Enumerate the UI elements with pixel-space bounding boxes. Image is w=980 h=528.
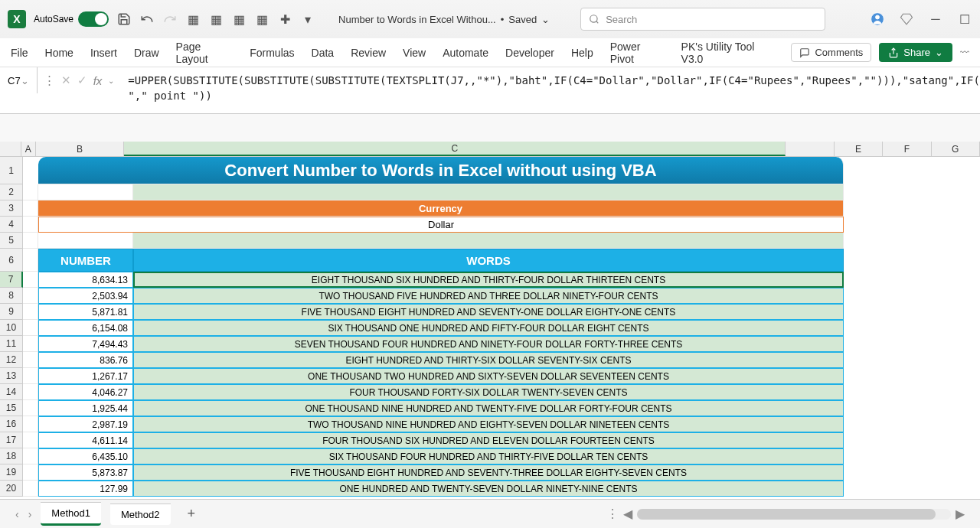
diamond-icon[interactable] xyxy=(899,11,914,27)
tab-data[interactable]: Data xyxy=(312,47,335,59)
header-words[interactable]: WORDS xyxy=(133,249,844,272)
number-cell[interactable]: 5,871.81 xyxy=(38,304,133,320)
undo-icon[interactable] xyxy=(139,11,155,27)
cell[interactable] xyxy=(133,233,844,249)
cell[interactable] xyxy=(23,448,38,464)
row-header-8[interactable]: 8 xyxy=(0,288,23,304)
ribbon-overflow-icon[interactable]: 〰 xyxy=(960,47,969,58)
tab-insert[interactable]: Insert xyxy=(90,47,117,59)
words-cell[interactable]: EIGHT HUNDRED AND THIRTY-SIX DOLLAR SEVE… xyxy=(133,352,844,368)
horizontal-scrollbar[interactable] xyxy=(637,509,951,520)
words-cell[interactable]: ONE HUNDRED AND TWENTY-SEVEN DOLLAR NINE… xyxy=(133,481,844,497)
number-cell[interactable]: 1,267.17 xyxy=(38,368,133,384)
col-header-G[interactable]: G xyxy=(932,142,980,156)
words-cell[interactable]: SIX THOUSAND FOUR HUNDRED AND THIRTY-FIV… xyxy=(133,448,844,464)
share-button[interactable]: Share ⌄ xyxy=(879,43,952,62)
tab-draw[interactable]: Draw xyxy=(134,47,159,59)
cell[interactable] xyxy=(23,184,38,200)
autosave-toggle[interactable]: AutoSave xyxy=(34,11,109,27)
row-header-17[interactable]: 17 xyxy=(0,432,23,448)
header-number[interactable]: NUMBER xyxy=(38,249,133,272)
number-cell[interactable]: 8,634.13 xyxy=(38,272,133,288)
save-icon[interactable] xyxy=(116,11,132,27)
select-all-corner[interactable] xyxy=(0,142,21,156)
search-input[interactable]: Search xyxy=(580,8,825,31)
excel-app-icon[interactable]: X xyxy=(8,10,26,28)
cell[interactable] xyxy=(23,416,38,432)
row-header-11[interactable]: 11 xyxy=(0,336,23,352)
words-cell[interactable]: FOUR THOUSAND FORTY-SIX DOLLAR TWENTY-SE… xyxy=(133,384,844,400)
tab-pk-utility[interactable]: PK's Utility Tool V3.0 xyxy=(681,41,775,65)
comments-button[interactable]: Comments xyxy=(791,43,871,62)
enter-icon[interactable]: ✓ xyxy=(77,73,87,87)
document-title[interactable]: Number to Words in Excel Withou... • Sav… xyxy=(338,14,550,25)
number-cell[interactable]: 127.99 xyxy=(38,481,133,497)
row-header-12[interactable]: 12 xyxy=(0,352,23,368)
number-cell[interactable]: 1,925.44 xyxy=(38,400,133,416)
number-cell[interactable]: 6,154.08 xyxy=(38,320,133,336)
qat-icon-5[interactable]: ✚ xyxy=(277,11,292,27)
title-banner[interactable]: Convert Number to Words in Excel without… xyxy=(38,157,844,184)
chevron-down-icon[interactable]: ⌄ xyxy=(21,75,29,86)
add-sheet-icon[interactable]: + xyxy=(188,506,196,522)
tab-help[interactable]: Help xyxy=(571,47,593,59)
number-cell[interactable]: 836.76 xyxy=(38,352,133,368)
cell[interactable] xyxy=(23,368,38,384)
row-header-5[interactable]: 5 xyxy=(0,233,23,249)
tab-home[interactable]: Home xyxy=(45,47,74,59)
number-cell[interactable]: 4,611.14 xyxy=(38,432,133,448)
scroll-right-icon[interactable]: ▶ xyxy=(956,507,965,521)
col-header-E[interactable]: E xyxy=(835,142,883,156)
col-header-C[interactable]: C xyxy=(124,142,786,156)
cell[interactable] xyxy=(23,432,38,448)
qat-icon-1[interactable]: ▦ xyxy=(185,11,201,27)
sheet-nav-next-icon[interactable]: › xyxy=(28,508,32,520)
scroll-left-icon[interactable]: ◀ xyxy=(623,507,632,521)
words-cell[interactable]: FIVE THOUSAND EIGHT HUNDRED AND SEVENTY-… xyxy=(133,464,844,481)
words-cell[interactable]: FOUR THOUSAND SIX HUNDRED AND ELEVEN DOL… xyxy=(133,432,844,448)
tab-developer[interactable]: Developer xyxy=(505,47,554,59)
toggle-switch-icon[interactable] xyxy=(78,11,109,27)
words-cell[interactable]: ONE THOUSAND TWO HUNDRED AND SIXTY-SEVEN… xyxy=(133,368,844,384)
qat-icon-3[interactable]: ▦ xyxy=(231,11,247,27)
tab-review[interactable]: Review xyxy=(351,47,386,59)
cell[interactable] xyxy=(23,481,38,497)
cell[interactable] xyxy=(23,464,38,481)
currency-header[interactable]: Currency xyxy=(38,200,844,217)
cell[interactable] xyxy=(23,288,38,304)
col-header-D[interactable] xyxy=(786,142,834,156)
name-box[interactable]: C7 ⌄ xyxy=(0,67,38,93)
cell[interactable] xyxy=(23,384,38,400)
cell[interactable] xyxy=(23,217,38,233)
tab-automate[interactable]: Automate xyxy=(443,47,488,59)
row-header-10[interactable]: 10 xyxy=(0,320,23,336)
words-cell[interactable]: FIVE THOUSAND EIGHT HUNDRED AND SEVENTY-… xyxy=(133,304,844,320)
row-header-20[interactable]: 20 xyxy=(0,481,23,497)
cell[interactable] xyxy=(38,233,133,249)
sheet-options-icon[interactable]: ⋮ xyxy=(606,507,619,521)
cell[interactable] xyxy=(23,336,38,352)
row-header-14[interactable]: 14 xyxy=(0,384,23,400)
maximize-icon[interactable]: ☐ xyxy=(957,11,972,27)
sheet-tab-method2[interactable]: Method2 xyxy=(110,504,171,525)
qat-icon-4[interactable]: ▦ xyxy=(254,11,270,27)
row-header-4[interactable]: 4 xyxy=(0,217,23,233)
cell[interactable] xyxy=(133,184,844,200)
row-header-18[interactable]: 18 xyxy=(0,448,23,464)
words-cell[interactable]: SIX THOUSAND ONE HUNDRED AND FIFTY-FOUR … xyxy=(133,320,844,336)
qat-icon-2[interactable]: ▦ xyxy=(208,11,224,27)
number-cell[interactable]: 5,873.87 xyxy=(38,464,133,481)
number-cell[interactable]: 4,046.27 xyxy=(38,384,133,400)
words-cell[interactable]: TWO THOUSAND FIVE HUNDRED AND THREE DOLL… xyxy=(133,288,844,304)
cell[interactable] xyxy=(23,400,38,416)
currency-value[interactable]: Dollar xyxy=(38,217,844,233)
minimize-icon[interactable]: ─ xyxy=(928,11,943,27)
redo-icon[interactable] xyxy=(162,11,178,27)
number-cell[interactable]: 2,987.19 xyxy=(38,416,133,432)
scrollbar-thumb[interactable] xyxy=(637,509,936,520)
tab-file[interactable]: File xyxy=(11,47,28,59)
col-header-B[interactable]: B xyxy=(36,142,125,156)
row-header-7[interactable]: 7 xyxy=(0,272,23,288)
tab-view[interactable]: View xyxy=(403,47,426,59)
chevron-down-icon[interactable]: ⌄ xyxy=(108,77,114,85)
